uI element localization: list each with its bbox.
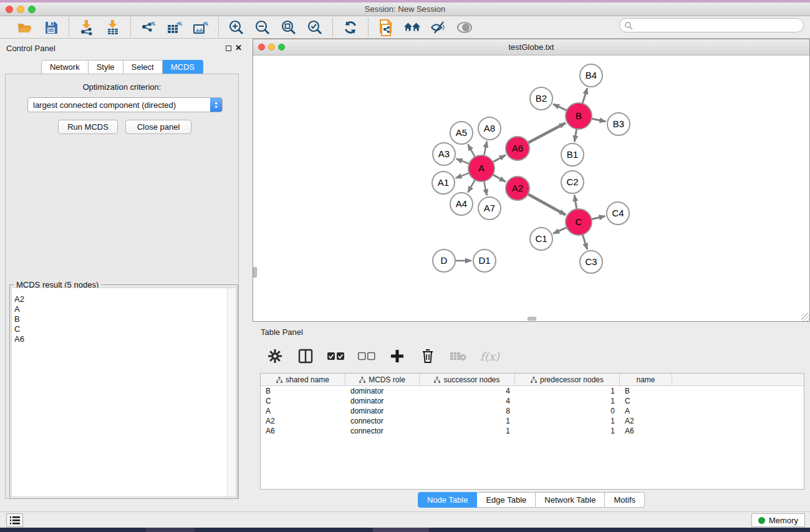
- tab-motifs[interactable]: Motifs: [605, 492, 645, 508]
- export-table-icon[interactable]: [166, 19, 183, 36]
- zoom-out-icon[interactable]: [254, 19, 271, 36]
- mcds-result-item[interactable]: A2: [14, 294, 236, 304]
- mcds-result-item[interactable]: B: [14, 314, 236, 324]
- svg-text:A2: A2: [512, 183, 523, 193]
- minimize-window-icon[interactable]: [17, 6, 24, 13]
- graph-node-A2[interactable]: A2: [506, 177, 529, 200]
- minimize-network-icon[interactable]: [268, 44, 275, 51]
- zoom-network-icon[interactable]: [278, 44, 285, 51]
- graph-node-A7[interactable]: A7: [478, 197, 501, 220]
- table-row[interactable]: Cdominator41C: [261, 396, 804, 406]
- column-header-name[interactable]: name: [620, 374, 672, 385]
- cell-successor-nodes: 8: [420, 407, 515, 415]
- tab-node-table[interactable]: Node Table: [418, 492, 478, 508]
- column-header-predecessor-nodes[interactable]: predecessor nodes: [515, 374, 620, 385]
- delete-column-icon[interactable]: [419, 347, 436, 365]
- import-table-icon[interactable]: [104, 19, 122, 36]
- network-window-titlebar: testGlobe.txt: [253, 39, 809, 56]
- graph-node-A3[interactable]: A3: [433, 143, 455, 165]
- open-file-icon[interactable]: [16, 19, 34, 36]
- horizontal-scroll-thumb[interactable]: [528, 317, 536, 321]
- delete-table-icon[interactable]: [450, 347, 467, 365]
- mcds-result-item[interactable]: C: [14, 324, 236, 334]
- table-row[interactable]: A2connector11A2: [261, 416, 804, 426]
- close-panel-button[interactable]: Close panel: [125, 120, 191, 134]
- vertical-scroll-thumb[interactable]: [253, 267, 257, 278]
- criterion-dropdown[interactable]: largest connected component (directed) ▲…: [27, 97, 223, 112]
- search-field[interactable]: [619, 18, 804, 32]
- tab-network-table[interactable]: Network Table: [536, 492, 605, 508]
- import-network-icon[interactable]: [78, 19, 95, 36]
- table-row[interactable]: Adominator80A: [261, 406, 804, 416]
- graph-node-C2[interactable]: C2: [561, 171, 584, 193]
- tab-network[interactable]: Network: [41, 60, 89, 74]
- graph-node-B1[interactable]: B1: [561, 143, 584, 166]
- zoom-fit-icon[interactable]: [280, 19, 297, 36]
- graph-node-B[interactable]: B: [566, 103, 592, 129]
- memory-status-icon: [758, 517, 765, 524]
- function-builder-icon[interactable]: f(x): [480, 350, 499, 363]
- graph-node-A6[interactable]: A6: [506, 137, 529, 160]
- cell-predecessor-nodes: 1: [515, 387, 620, 395]
- svg-text:C3: C3: [585, 256, 597, 267]
- resize-grip[interactable]: [801, 313, 809, 321]
- tab-mcds[interactable]: MCDS: [163, 60, 203, 74]
- refresh-icon[interactable]: [342, 19, 359, 36]
- close-network-icon[interactable]: [258, 44, 265, 51]
- graph-node-B3[interactable]: B3: [607, 113, 630, 135]
- graph-node-B4[interactable]: B4: [580, 64, 602, 87]
- table-row[interactable]: Bdominator41B: [261, 386, 804, 396]
- column-header-MCDS-role[interactable]: MCDS role: [345, 374, 420, 385]
- export-network-icon[interactable]: [140, 19, 157, 36]
- tab-style[interactable]: Style: [89, 60, 123, 74]
- save-session-icon[interactable]: [42, 19, 60, 36]
- tab-edge-table[interactable]: Edge Table: [477, 492, 536, 508]
- graph-node-A5[interactable]: A5: [450, 122, 473, 144]
- mcds-result-item[interactable]: A6: [14, 334, 236, 344]
- list-scrollbar[interactable]: [227, 288, 236, 496]
- close-panel-icon[interactable]: ✕: [235, 43, 242, 52]
- close-window-icon[interactable]: [6, 6, 13, 13]
- zoom-window-icon[interactable]: [28, 6, 36, 13]
- column-header-shared-name[interactable]: shared name: [261, 374, 345, 385]
- table-row[interactable]: A6connector11A6: [261, 426, 804, 436]
- bird-eye-icon[interactable]: [456, 19, 473, 36]
- deselect-all-icon[interactable]: [358, 347, 375, 365]
- select-all-icon[interactable]: [327, 347, 345, 365]
- export-image-icon[interactable]: [192, 19, 210, 36]
- svg-text:B3: B3: [613, 118, 624, 129]
- show-hide-graphics-icon[interactable]: [430, 19, 447, 36]
- graph-node-C[interactable]: C: [566, 209, 592, 235]
- task-history-button[interactable]: [6, 513, 23, 527]
- home-icon[interactable]: [403, 19, 421, 36]
- run-mcds-button[interactable]: Run MCDS: [58, 120, 118, 134]
- graph-node-D[interactable]: D: [433, 249, 455, 272]
- columns-icon[interactable]: [297, 347, 314, 365]
- float-panel-icon[interactable]: [226, 46, 231, 51]
- zoom-selected-icon[interactable]: [306, 19, 324, 36]
- zoom-in-icon[interactable]: [228, 19, 245, 36]
- graph-node-C1[interactable]: C1: [530, 228, 552, 250]
- control-panel-tabs: NetworkStyleSelectMCDS: [0, 60, 244, 74]
- graph-node-A[interactable]: A: [468, 155, 494, 181]
- graph-node-C4[interactable]: C4: [607, 202, 629, 225]
- svg-text:A6: A6: [512, 143, 523, 153]
- graph-node-A1[interactable]: A1: [432, 172, 455, 194]
- graph-node-A8[interactable]: A8: [478, 117, 501, 140]
- network-canvas[interactable]: B4B2BB3A8A5A6A3B1AA1C2A2A4A7CC4C1C3DD1: [253, 56, 809, 321]
- svg-text:A7: A7: [484, 203, 495, 213]
- graph-node-D1[interactable]: D1: [473, 249, 496, 272]
- column-header-successor-nodes[interactable]: successor nodes: [420, 374, 515, 385]
- graph-node-A4[interactable]: A4: [450, 193, 473, 215]
- graph-node-B2[interactable]: B2: [530, 87, 552, 110]
- memory-button[interactable]: Memory: [751, 513, 805, 527]
- cell-successor-nodes: 4: [420, 387, 515, 395]
- search-input[interactable]: [633, 21, 803, 30]
- gear-icon[interactable]: [266, 347, 284, 365]
- cell-name: A6: [620, 427, 672, 435]
- mcds-result-item[interactable]: A: [14, 304, 236, 314]
- graph-node-C3[interactable]: C3: [580, 251, 602, 273]
- add-column-icon[interactable]: [388, 347, 406, 365]
- tab-select[interactable]: Select: [123, 60, 163, 74]
- network-document-icon[interactable]: [377, 19, 395, 36]
